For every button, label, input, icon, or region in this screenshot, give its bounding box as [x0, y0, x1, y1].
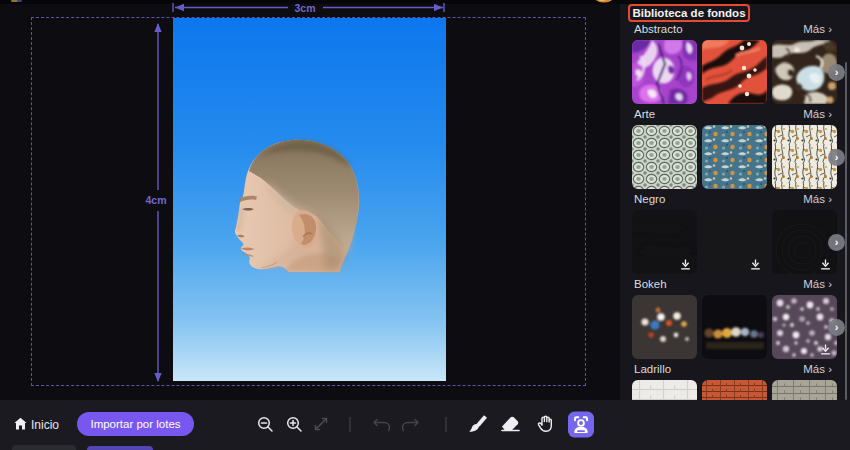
svg-text:3cm: 3cm [294, 2, 315, 14]
svg-text:4cm: 4cm [145, 194, 166, 206]
